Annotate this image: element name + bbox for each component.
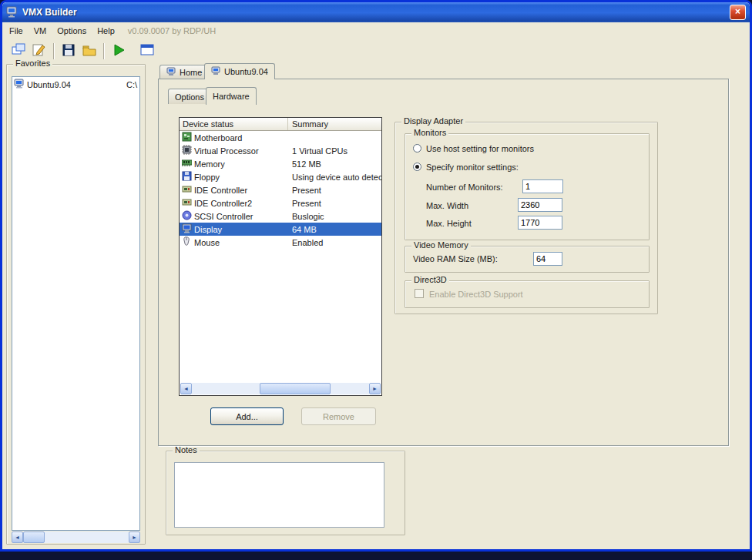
menu-options[interactable]: Options [53, 25, 93, 37]
menu-vm[interactable]: VM [30, 25, 54, 37]
tab-home-label: Home [180, 68, 202, 77]
max-height-input[interactable] [518, 216, 562, 230]
tab-ubuntu904[interactable]: Ubuntu9.04 [204, 63, 275, 79]
device-name: Memory [194, 159, 225, 169]
device-summary: Enabled [288, 238, 381, 247]
device-name: Display [194, 225, 222, 234]
open-button[interactable] [79, 41, 99, 61]
tab-options-label: Options [175, 92, 204, 102]
radio-specify-label: Specify monitor settings: [426, 163, 519, 172]
device-name: Virtual Processor [194, 146, 259, 156]
scroll-left-icon[interactable]: ◄ [12, 531, 23, 543]
notes-textarea[interactable] [174, 462, 384, 528]
open-folder-icon [82, 42, 97, 59]
monitors-group: Monitors Use host setting for monitors S… [405, 133, 650, 240]
device-name: IDE Controller2 [194, 199, 252, 208]
radio-use-host-setting[interactable] [413, 144, 421, 153]
menu-help[interactable]: Help [93, 25, 122, 37]
radio-specify-settings[interactable] [413, 163, 421, 171]
device-summary: Present [288, 199, 381, 208]
tab-hardware-label: Hardware [213, 92, 250, 101]
close-button[interactable]: × [730, 5, 746, 20]
vm-window-button[interactable] [136, 41, 157, 61]
display-adapter-label: Display Adapter [401, 116, 465, 126]
table-row[interactable]: Floppy Using device auto detec [180, 170, 381, 183]
floppy-icon [182, 171, 192, 183]
table-row[interactable]: SCSI Controller Buslogic [180, 210, 381, 223]
device-summary: Buslogic [288, 212, 381, 221]
device-name: IDE Controller [194, 186, 247, 195]
table-row[interactable]: Virtual Processor 1 Virtual CPUs [180, 144, 381, 157]
vm-computer-icon [14, 79, 25, 90]
device-list-horizontal-scrollbar[interactable]: ◄ ► [180, 383, 381, 394]
display-adapter-group: Display Adapter Monitors Use host settin… [394, 122, 658, 314]
table-row[interactable]: Memory 512 MB [180, 157, 381, 170]
monitors-label: Monitors [411, 128, 448, 137]
scroll-right-icon[interactable]: ► [369, 383, 381, 394]
direct3d-group: Direct3D Enable Direct3D Support [405, 280, 650, 308]
column-header-summary[interactable]: Summary [288, 118, 381, 130]
video-memory-group: Video Memory Video RAM Size (MB): [405, 246, 650, 273]
favorites-list[interactable]: Ubuntu9.04 C:\ [12, 76, 140, 531]
scroll-left-icon[interactable]: ◄ [180, 383, 192, 394]
run-vm-button[interactable] [108, 41, 129, 61]
column-header-device-status[interactable]: Device status [180, 118, 288, 130]
tab-home[interactable]: Home [159, 65, 209, 79]
scrollbar-track[interactable] [23, 531, 129, 543]
device-list[interactable]: Device status Summary Motherboard Virtua… [179, 117, 382, 396]
app-icon [6, 5, 18, 19]
device-name: Motherboard [194, 133, 242, 143]
favorite-vm-path: C:\ [126, 80, 137, 89]
window-title: VMX Builder [22, 7, 730, 18]
number-of-monitors-input[interactable] [522, 179, 563, 193]
menu-file[interactable]: File [5, 25, 30, 37]
run-icon [111, 42, 126, 59]
device-summary: 64 MB [288, 225, 381, 234]
title-bar[interactable]: VMX Builder × [2, 2, 750, 22]
scrollbar-thumb[interactable] [260, 383, 331, 394]
mouse-icon [182, 236, 192, 248]
number-of-monitors-label: Number of Monitors: [426, 183, 503, 192]
save-button[interactable] [58, 41, 79, 61]
notes-label: Notes [173, 445, 200, 454]
tab-vm-label: Ubuntu9.04 [224, 67, 268, 76]
table-row-selected[interactable]: Display 64 MB [180, 223, 381, 236]
table-row[interactable]: IDE Controller Present [180, 183, 381, 196]
edit-vm-icon [32, 42, 47, 59]
processor-icon [182, 145, 192, 156]
tab-options[interactable]: Options [168, 89, 211, 104]
new-vm-icon [11, 42, 26, 59]
enable-direct3d-checkbox[interactable] [415, 289, 424, 298]
device-summary: Using device auto detec [288, 173, 381, 182]
max-height-label: Max. Height [426, 219, 472, 228]
favorites-horizontal-scrollbar[interactable]: ◄ ► [12, 531, 140, 543]
video-ram-size-input[interactable] [533, 252, 562, 266]
device-name: Mouse [194, 238, 220, 247]
device-name: SCSI Controller [194, 212, 253, 221]
scsi-controller-icon [182, 210, 192, 222]
version-text: v0.09.0007 by RDP/UH [128, 26, 216, 35]
scrollbar-track[interactable] [192, 383, 369, 394]
save-icon [61, 42, 76, 59]
device-list-header[interactable]: Device status Summary [180, 118, 381, 131]
table-row[interactable]: Mouse Enabled [180, 236, 381, 249]
device-summary: Present [288, 186, 381, 195]
table-row[interactable]: Motherboard [180, 131, 381, 144]
scrollbar-thumb[interactable] [23, 531, 45, 543]
favorites-panel: Favorites Ubuntu9.04 C:\ ◄ ► [6, 64, 146, 545]
video-memory-label: Video Memory [411, 240, 471, 250]
memory-icon [182, 158, 192, 169]
device-name: Floppy [194, 173, 220, 182]
tab-hardware[interactable]: Hardware [206, 87, 257, 105]
max-width-input[interactable] [518, 198, 562, 212]
list-item[interactable]: Ubuntu9.04 C:\ [12, 77, 139, 91]
max-width-label: Max. Width [426, 201, 468, 210]
add-button[interactable]: Add... [210, 407, 284, 425]
notes-group: Notes [166, 451, 405, 535]
favorites-label: Favorites [13, 59, 52, 68]
remove-button[interactable]: Remove [301, 407, 376, 425]
direct3d-label: Direct3D [411, 275, 449, 284]
table-row[interactable]: IDE Controller2 Present [180, 196, 381, 210]
vmx-builder-window: VMX Builder × File VM Options Help v0.09… [0, 0, 752, 552]
scroll-right-icon[interactable]: ► [129, 531, 140, 543]
